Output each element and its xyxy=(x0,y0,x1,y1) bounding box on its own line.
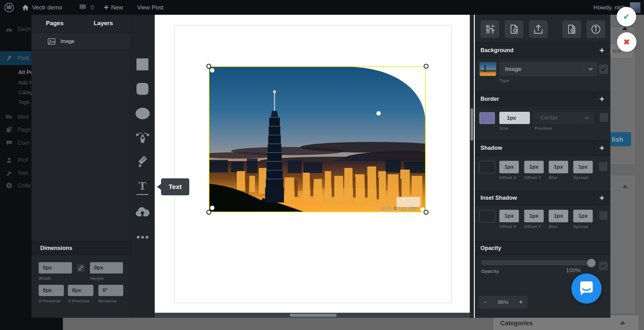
inset-shadow-offset-y-input[interactable]: 1px xyxy=(524,210,544,222)
border-enabled-checkbox[interactable] xyxy=(600,113,608,122)
chevron-down-icon xyxy=(588,68,593,71)
rectangle-icon xyxy=(136,58,148,70)
ellipsis-icon xyxy=(137,236,148,239)
opacity-value: 100% xyxy=(566,267,580,274)
border-position-label: Position xyxy=(535,126,552,131)
zoom-in-button[interactable]: + xyxy=(514,299,527,306)
media-icon xyxy=(4,114,14,120)
snap-settings-button[interactable] xyxy=(480,20,499,38)
shadow-color-swatch[interactable] xyxy=(479,161,495,174)
tool-pen[interactable] xyxy=(136,131,150,145)
corner-radius-handle-bottom-right[interactable] xyxy=(420,207,425,212)
layer-name: Image xyxy=(60,39,74,44)
selection-handle-top-left[interactable] xyxy=(206,64,211,69)
site-menu[interactable]: Vectr demo xyxy=(22,0,62,15)
add-inset-shadow-button[interactable]: + xyxy=(593,191,610,205)
add-shadow-button[interactable]: + xyxy=(593,141,610,155)
page-settings-button[interactable] xyxy=(505,20,524,38)
wp-categories-title: Categories xyxy=(500,320,533,327)
collapse-icon xyxy=(4,182,14,189)
marker-icon xyxy=(136,155,150,170)
tool-ellipse[interactable] xyxy=(136,108,150,119)
inset-shadow-offset-x-label: Offset X xyxy=(499,224,516,229)
inset-shadow-blur-input[interactable]: 1px xyxy=(549,210,568,222)
tool-upload[interactable] xyxy=(135,206,150,218)
comments-count: 0 xyxy=(91,4,94,11)
horizontal-scrollbar-thumb[interactable] xyxy=(290,314,337,317)
export-button[interactable] xyxy=(529,20,548,38)
link-dimensions-button[interactable] xyxy=(77,264,85,272)
home-icon xyxy=(22,4,29,11)
grid-magnet-icon xyxy=(485,24,495,35)
view-post-menu[interactable]: View Post xyxy=(137,0,164,15)
inset-shadow-offset-x-input[interactable]: 1px xyxy=(499,210,519,222)
selection-box xyxy=(209,66,426,212)
background-enabled-checkbox[interactable]: ✔ xyxy=(599,64,608,74)
tool-rounded-rectangle[interactable] xyxy=(136,83,148,95)
shadow-offset-y-input[interactable]: 1px xyxy=(524,161,544,173)
width-input[interactable]: 0px xyxy=(39,262,72,273)
rotation-input[interactable]: 0° xyxy=(98,285,123,296)
inset-shadow-enabled-checkbox[interactable] xyxy=(599,211,608,220)
border-size-input[interactable]: 1px xyxy=(499,112,530,124)
background-color-swatch[interactable] xyxy=(479,62,497,76)
border-position-select[interactable]: Center xyxy=(535,112,594,124)
rounded-rectangle-icon xyxy=(136,83,148,95)
add-border-button[interactable]: + xyxy=(593,92,610,106)
wp-metabox-toggle-icon xyxy=(622,185,628,188)
tool-text[interactable]: T xyxy=(136,180,148,195)
tool-rectangle[interactable] xyxy=(136,58,148,70)
background-section-header: Background + xyxy=(475,42,610,58)
wp-logo[interactable]: W xyxy=(4,0,14,15)
shadow-blur-input[interactable]: 1px xyxy=(549,161,568,173)
dashboard-icon xyxy=(4,26,14,32)
check-icon: ✔ xyxy=(601,263,605,269)
chat-widget-button[interactable] xyxy=(571,273,602,304)
background-type-label: Type xyxy=(499,78,509,83)
info-button[interactable] xyxy=(586,20,605,38)
shadow-offset-x-input[interactable]: 1px xyxy=(499,161,519,173)
wp-metabox-2 xyxy=(611,176,635,313)
shadow-spread-input[interactable]: 1px xyxy=(573,161,593,173)
vertical-scrollbar-thumb[interactable] xyxy=(470,108,473,141)
opacity-slider[interactable] xyxy=(481,261,593,265)
rotation-label: Rotation xyxy=(98,299,116,303)
corner-radius-handle-top-left[interactable] xyxy=(210,68,214,73)
confirm-button[interactable]: ✔ xyxy=(617,7,636,26)
selection-handle-bottom-right[interactable] xyxy=(424,210,429,215)
shadow-enabled-checkbox[interactable] xyxy=(599,162,608,171)
corner-radius-handle-bottom-left[interactable] xyxy=(210,206,214,210)
tool-more[interactable] xyxy=(136,235,149,239)
background-type-select[interactable]: Image xyxy=(499,62,597,76)
comments-menu[interactable]: 0 xyxy=(79,0,94,15)
new-menu[interactable]: + New xyxy=(104,0,123,15)
vertical-scrollbar[interactable] xyxy=(470,15,474,318)
selection-handle-bottom-left[interactable] xyxy=(206,210,211,215)
border-color-swatch[interactable] xyxy=(479,112,495,124)
tool-marker[interactable] xyxy=(136,155,150,170)
tab-pages[interactable]: Pages xyxy=(46,20,64,27)
y-position-input[interactable]: 0px xyxy=(68,285,93,296)
add-page-button[interactable] xyxy=(562,20,581,38)
cancel-button[interactable]: ✖ xyxy=(617,32,636,52)
layer-row-image[interactable]: Image xyxy=(31,33,130,50)
selection-handle-top-right[interactable] xyxy=(424,64,429,69)
height-input[interactable]: 0px xyxy=(90,262,123,273)
corner-radius-handle-top-right[interactable] xyxy=(376,111,381,116)
tab-layers[interactable]: Layers xyxy=(94,20,113,27)
inset-shadow-spread-input[interactable]: 1px xyxy=(573,210,593,222)
opacity-slider-handle[interactable] xyxy=(587,259,596,267)
inset-shadow-color-swatch[interactable] xyxy=(479,210,495,223)
new-label: New xyxy=(111,4,123,11)
inset-shadow-title: Inset Shadow xyxy=(480,195,517,201)
x-position-input[interactable]: 0px xyxy=(39,285,64,296)
y-position-label: Y-Position xyxy=(68,299,90,303)
shadow-spread-label: Spread xyxy=(573,175,588,180)
opacity-enabled-checkbox[interactable]: ✔ xyxy=(599,262,608,270)
add-background-button[interactable]: + xyxy=(593,43,610,58)
zoom-value[interactable]: 86% xyxy=(492,299,514,306)
zoom-out-button[interactable]: − xyxy=(479,299,492,306)
horizontal-scrollbar[interactable] xyxy=(155,313,470,318)
shadow-offset-y-label: Offset Y xyxy=(524,175,541,180)
link-icon xyxy=(78,266,83,271)
